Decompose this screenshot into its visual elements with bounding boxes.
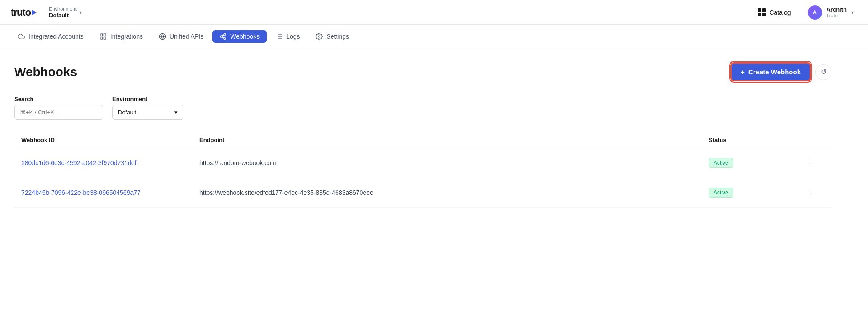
nav-item-integrations[interactable]: Integrations xyxy=(93,30,150,43)
main-content: Webhooks + Create Webhook ↺ Search Envir… xyxy=(0,48,846,222)
svg-rect-0 xyxy=(101,34,103,36)
col-header-actions xyxy=(798,137,824,143)
user-menu[interactable]: A Archith Truto ▾ xyxy=(804,4,858,21)
env-selector-label: Environment xyxy=(49,6,77,12)
nav-item-logs[interactable]: Logs xyxy=(268,30,307,43)
nav-item-unified-apis[interactable]: Unified APIs xyxy=(152,30,211,43)
catalog-button[interactable]: Catalog xyxy=(753,6,795,19)
env-selector-value: Default xyxy=(49,12,69,19)
create-webhook-button[interactable]: + Create Webhook xyxy=(730,62,811,81)
status-cell-2: Active xyxy=(709,188,798,198)
svg-rect-1 xyxy=(104,34,106,36)
list-icon xyxy=(276,33,283,40)
svg-rect-3 xyxy=(101,37,103,39)
env-dropdown-chevron: ▾ xyxy=(174,109,178,116)
filters-row: Search Environment Default ▾ xyxy=(14,96,831,120)
user-org: Truto xyxy=(827,13,847,18)
top-nav: truto Environment Default ▾ Catalog A Ar… xyxy=(0,0,868,25)
avatar: A xyxy=(808,5,822,20)
env-dropdown-value: Default xyxy=(118,109,136,116)
table-row: 7224b45b-7096-422e-be38-096504569a77 htt… xyxy=(14,178,831,208)
globe-icon xyxy=(159,33,166,40)
table-row: 280dc1d6-6d3c-4592-a042-3f970d731def htt… xyxy=(14,148,831,178)
webhook-icon xyxy=(219,33,227,40)
col-header-status: Status xyxy=(709,137,798,143)
nav-label-settings: Settings xyxy=(326,33,349,40)
nav-item-integrated-accounts[interactable]: Integrated Accounts xyxy=(11,30,91,43)
avatar-initials: A xyxy=(813,9,817,16)
header-actions: + Create Webhook ↺ xyxy=(730,62,831,81)
refresh-icon: ↺ xyxy=(821,68,827,76)
endpoint-2: https://webhook.site/edfed177-e4ec-4e35-… xyxy=(199,189,709,196)
nav-label-unified-apis: Unified APIs xyxy=(170,33,203,40)
more-actions-2[interactable]: ⋮ xyxy=(798,186,824,199)
gear-icon xyxy=(316,33,323,40)
grid-icon xyxy=(100,33,107,40)
nav-label-integrations: Integrations xyxy=(110,33,143,40)
page-title: Webhooks xyxy=(14,65,77,79)
search-label: Search xyxy=(14,96,103,102)
create-webhook-label: Create Webhook xyxy=(748,68,801,76)
catalog-label: Catalog xyxy=(769,9,791,16)
status-badge-1: Active xyxy=(709,158,733,168)
catalog-grid-icon xyxy=(758,8,766,16)
nav-right: Catalog A Archith Truto ▾ xyxy=(753,4,857,21)
col-header-webhook-id: Webhook ID xyxy=(21,137,199,143)
webhooks-table: Webhook ID Endpoint Status 280dc1d6-6d3c… xyxy=(14,132,831,208)
env-selector-labels: Environment Default xyxy=(49,6,77,19)
col-header-endpoint: Endpoint xyxy=(199,137,709,143)
user-name: Archith xyxy=(827,6,847,13)
cloud-icon xyxy=(18,33,25,40)
nav-item-settings[interactable]: Settings xyxy=(308,30,356,43)
search-filter-group: Search xyxy=(14,96,103,120)
env-dropdown[interactable]: Default ▾ xyxy=(112,105,183,120)
table-header: Webhook ID Endpoint Status xyxy=(14,132,831,148)
status-badge-2: Active xyxy=(709,188,733,198)
endpoint-1: https://random-webook.com xyxy=(199,159,709,166)
page-header: Webhooks + Create Webhook ↺ xyxy=(14,62,831,81)
nav-label-logs: Logs xyxy=(286,33,300,40)
search-input[interactable] xyxy=(14,105,103,120)
logo[interactable]: truto xyxy=(11,7,37,18)
logo-text: truto xyxy=(11,7,31,18)
nav-label-webhooks: Webhooks xyxy=(230,33,260,40)
environment-selector[interactable]: Environment Default ▾ xyxy=(45,4,85,20)
logo-arrow-icon xyxy=(32,10,37,15)
user-chevron-icon: ▾ xyxy=(851,9,854,16)
secondary-nav: Integrated Accounts Integrations Unified… xyxy=(0,25,868,48)
env-filter-label: Environment xyxy=(112,96,183,102)
webhook-id-1[interactable]: 280dc1d6-6d3c-4592-a042-3f970d731def xyxy=(21,159,199,166)
env-chevron-icon: ▾ xyxy=(79,9,82,16)
refresh-button[interactable]: ↺ xyxy=(815,64,831,80)
nav-label-integrated-accounts: Integrated Accounts xyxy=(28,33,84,40)
nav-item-webhooks[interactable]: Webhooks xyxy=(212,30,267,43)
webhook-id-2[interactable]: 7224b45b-7096-422e-be38-096504569a77 xyxy=(21,189,199,196)
user-info: Archith Truto xyxy=(827,6,847,18)
svg-rect-2 xyxy=(104,37,106,39)
plus-icon: + xyxy=(741,68,745,76)
more-actions-1[interactable]: ⋮ xyxy=(798,156,824,170)
svg-point-12 xyxy=(318,36,320,37)
env-filter-group: Environment Default ▾ xyxy=(112,96,183,120)
status-cell-1: Active xyxy=(709,158,798,168)
